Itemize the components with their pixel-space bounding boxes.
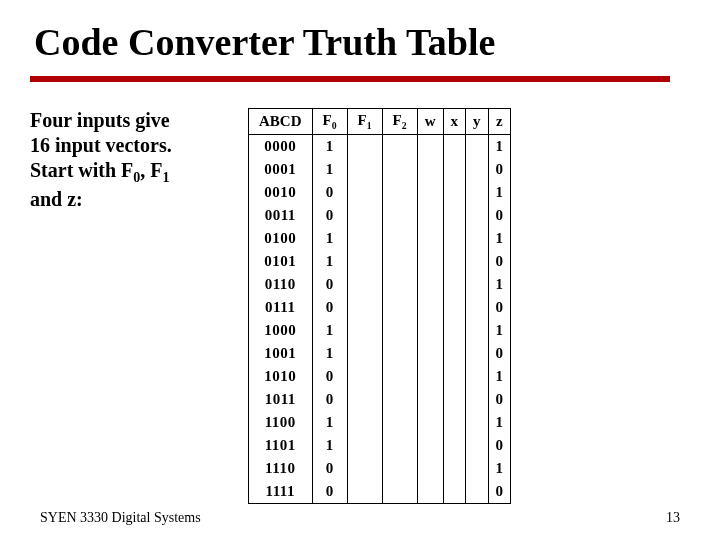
cell-abcd: 0110 <box>249 273 313 296</box>
cell-f0: 0 <box>312 181 347 204</box>
table-row: 10100 1 <box>249 365 511 388</box>
table-row: 00100 1 <box>249 181 511 204</box>
cell-f1 <box>347 204 382 227</box>
cell-f0: 0 <box>312 480 347 504</box>
cell-f2 <box>382 388 417 411</box>
table-row: 11110 0 <box>249 480 511 504</box>
cell-f0: 1 <box>312 411 347 434</box>
cell-f0: 0 <box>312 365 347 388</box>
cell-abcd: 0000 <box>249 135 313 159</box>
cell-f1 <box>347 158 382 181</box>
cell-abcd: 1000 <box>249 319 313 342</box>
cell-z: 1 <box>488 457 511 480</box>
cell-f0: 1 <box>312 434 347 457</box>
footer: SYEN 3330 Digital Systems 13 <box>40 510 680 526</box>
cell-f1 <box>347 434 382 457</box>
th-f2: F2 <box>382 109 417 135</box>
cell-w <box>417 135 443 159</box>
cell-y <box>466 411 489 434</box>
cell-w <box>417 342 443 365</box>
cell-abcd: 0101 <box>249 250 313 273</box>
cell-z: 0 <box>488 342 511 365</box>
cell-abcd: 0100 <box>249 227 313 250</box>
cell-x <box>443 411 466 434</box>
cell-f0: 0 <box>312 388 347 411</box>
cell-x <box>443 480 466 504</box>
cell-y <box>466 457 489 480</box>
cell-x <box>443 296 466 319</box>
cell-x <box>443 388 466 411</box>
cell-y <box>466 273 489 296</box>
cell-f0: 1 <box>312 135 347 159</box>
cell-f1 <box>347 365 382 388</box>
th-abcd: ABCD <box>249 109 313 135</box>
cell-w <box>417 204 443 227</box>
cell-z: 0 <box>488 250 511 273</box>
cell-w <box>417 250 443 273</box>
cell-f2 <box>382 365 417 388</box>
cell-x <box>443 342 466 365</box>
cell-w <box>417 273 443 296</box>
table-row: 11011 0 <box>249 434 511 457</box>
cell-f2 <box>382 411 417 434</box>
cell-w <box>417 480 443 504</box>
cell-f1 <box>347 135 382 159</box>
cell-z: 0 <box>488 204 511 227</box>
cell-z: 0 <box>488 480 511 504</box>
cell-w <box>417 158 443 181</box>
left-line4: and z: <box>30 188 83 210</box>
table-row: 10011 0 <box>249 342 511 365</box>
cell-f2 <box>382 204 417 227</box>
cell-w <box>417 181 443 204</box>
cell-z: 1 <box>488 227 511 250</box>
cell-abcd: 1001 <box>249 342 313 365</box>
cell-z: 0 <box>488 158 511 181</box>
cell-w <box>417 434 443 457</box>
table-row: 01001 1 <box>249 227 511 250</box>
cell-x <box>443 273 466 296</box>
cell-f2 <box>382 135 417 159</box>
left-line3-mid: , F <box>140 159 162 181</box>
content-area: Four inputs give 16 input vectors. Start… <box>30 108 690 504</box>
table-row: 00110 0 <box>249 204 511 227</box>
cell-f0: 1 <box>312 250 347 273</box>
cell-f0: 0 <box>312 296 347 319</box>
cell-f0: 1 <box>312 319 347 342</box>
cell-y <box>466 342 489 365</box>
cell-z: 1 <box>488 411 511 434</box>
cell-x <box>443 457 466 480</box>
cell-w <box>417 296 443 319</box>
cell-x <box>443 227 466 250</box>
cell-x <box>443 135 466 159</box>
slide-title: Code Converter Truth Table <box>34 20 690 64</box>
cell-z: 1 <box>488 181 511 204</box>
cell-abcd: 1100 <box>249 411 313 434</box>
cell-y <box>466 181 489 204</box>
cell-f1 <box>347 250 382 273</box>
cell-w <box>417 388 443 411</box>
cell-f2 <box>382 158 417 181</box>
th-x: x <box>443 109 466 135</box>
cell-f0: 1 <box>312 227 347 250</box>
cell-z: 1 <box>488 135 511 159</box>
table-row: 01011 0 <box>249 250 511 273</box>
cell-y <box>466 158 489 181</box>
th-y: y <box>466 109 489 135</box>
table-row: 10110 0 <box>249 388 511 411</box>
th-w: w <box>417 109 443 135</box>
cell-f2 <box>382 457 417 480</box>
cell-z: 1 <box>488 319 511 342</box>
cell-z: 0 <box>488 296 511 319</box>
cell-f2 <box>382 480 417 504</box>
cell-z: 1 <box>488 273 511 296</box>
cell-f2 <box>382 227 417 250</box>
table-row: 11001 1 <box>249 411 511 434</box>
cell-abcd: 1110 <box>249 457 313 480</box>
cell-abcd: 0111 <box>249 296 313 319</box>
table-row: 00001 1 <box>249 135 511 159</box>
cell-f2 <box>382 319 417 342</box>
cell-y <box>466 204 489 227</box>
cell-f2 <box>382 342 417 365</box>
cell-y <box>466 480 489 504</box>
cell-abcd: 0011 <box>249 204 313 227</box>
